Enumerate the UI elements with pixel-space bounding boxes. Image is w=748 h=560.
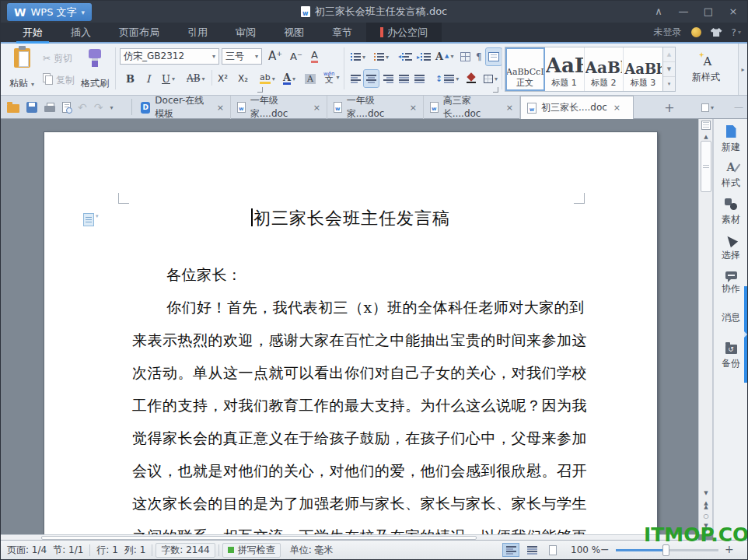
- login-status[interactable]: 未登录: [654, 26, 682, 39]
- show-marks-button[interactable]: ¶: [474, 48, 484, 65]
- horizontal-scrollbar[interactable]: [1, 534, 698, 540]
- superscript-button[interactable]: X²: [215, 70, 230, 87]
- italic-button[interactable]: I: [144, 70, 152, 87]
- save-icon[interactable]: [26, 102, 37, 113]
- insert-table-button[interactable]: [458, 48, 473, 65]
- format-painter-button[interactable]: 格式刷: [77, 47, 113, 92]
- align-center-button[interactable]: [364, 70, 379, 87]
- ruler-toggle-icon[interactable]: [701, 121, 711, 130]
- align-right-button[interactable]: [381, 70, 396, 87]
- tab-references[interactable]: 引用: [173, 23, 222, 42]
- print-preview-icon[interactable]: [62, 102, 71, 113]
- style-heading2[interactable]: AaBbC 标题 2: [585, 47, 624, 91]
- close-tab-icon[interactable]: ×: [613, 103, 620, 113]
- wps-app-menu-button[interactable]: W WPS 文字 ▾: [7, 3, 92, 21]
- strikethrough-button[interactable]: AB▾: [184, 70, 208, 87]
- font-size-select[interactable]: 三号 ▾: [222, 48, 262, 65]
- increase-font-button[interactable]: A⁺: [266, 47, 285, 65]
- doc-tab-3[interactable]: w 高三家长....doc ×: [424, 96, 520, 119]
- line-spacing-button[interactable]: ↕▾: [433, 70, 461, 87]
- style-heading1[interactable]: AaBl 标题 1: [545, 47, 585, 91]
- task-pane-expand-button[interactable]: ▸: [738, 44, 747, 95]
- sidebar-item-materials[interactable]: 素材: [714, 198, 747, 235]
- vertical-scrollbar[interactable]: ▲ ▼ ▲▲ ○ ▼▼: [698, 119, 713, 534]
- copy-button[interactable]: 复制: [41, 72, 76, 89]
- increase-indent-button[interactable]: ▸: [414, 48, 433, 65]
- close-tab-icon[interactable]: ×: [217, 103, 224, 113]
- doc-tab-active[interactable]: w 初三家长....doc ×: [520, 96, 634, 119]
- page-view-button[interactable]: [502, 543, 519, 557]
- tab-view[interactable]: 视图: [270, 23, 318, 42]
- doc-tab-docer[interactable]: D Docer-在线模板 ×: [135, 96, 231, 119]
- zoom-out-button[interactable]: −: [600, 543, 610, 555]
- sidebar-item-select[interactable]: 选择: [714, 235, 747, 271]
- style-normal[interactable]: AaBbCcDd 正文: [505, 47, 545, 91]
- paragraph-dialog-launcher[interactable]: [493, 87, 498, 93]
- redo-icon[interactable]: ↷: [94, 101, 103, 114]
- member-icon[interactable]: [691, 27, 701, 37]
- help-button[interactable]: ?▾: [732, 27, 741, 38]
- print-icon[interactable]: [44, 103, 55, 112]
- outline-view-button[interactable]: [523, 543, 540, 557]
- decrease-indent-button[interactable]: ▸: [396, 48, 414, 65]
- tab-list-button[interactable]: ▾: [697, 96, 718, 119]
- zoom-slider-thumb[interactable]: [662, 544, 669, 556]
- decrease-font-button[interactable]: A⁻: [288, 47, 305, 65]
- char-shading-button[interactable]: A: [302, 70, 318, 87]
- new-tab-button[interactable]: +: [660, 96, 679, 119]
- text-frame-button[interactable]: [486, 48, 502, 65]
- align-left-button[interactable]: [348, 70, 363, 87]
- paste-button[interactable]: 粘贴 ▾: [5, 47, 38, 92]
- hide-tabbar-button[interactable]: —: [730, 96, 747, 119]
- close-tab-icon[interactable]: ×: [410, 103, 417, 113]
- text-effects-button[interactable]: A▲▾: [433, 47, 456, 65]
- zoom-slider[interactable]: [616, 549, 718, 551]
- font-color-button[interactable]: A▾: [281, 70, 298, 87]
- doc-tab-1[interactable]: w 一年级家....doc ×: [231, 96, 327, 119]
- close-tab-icon[interactable]: ×: [506, 103, 513, 113]
- open-icon[interactable]: [7, 104, 19, 113]
- new-style-button[interactable]: A 新样式: [679, 45, 736, 93]
- qat-customize-dropdown[interactable]: ▾: [110, 104, 113, 111]
- spellcheck-button[interactable]: 拼写检查: [222, 543, 281, 558]
- sidebar-item-new[interactable]: 新建: [714, 125, 747, 162]
- select-browse-object-button[interactable]: ○: [699, 510, 713, 521]
- tab-insert[interactable]: 插入: [57, 23, 105, 42]
- sidebar-item-collaborate[interactable]: 协作: [714, 271, 747, 308]
- shading-button[interactable]: [464, 70, 478, 87]
- underline-button[interactable]: U▾: [159, 70, 177, 87]
- scroll-down-button[interactable]: ▼: [699, 488, 713, 499]
- gallery-scroll-down[interactable]: ▼: [663, 62, 675, 77]
- sidebar-item-backup[interactable]: ↺ 备份: [714, 345, 747, 381]
- bullet-list-button[interactable]: ▾: [348, 48, 368, 65]
- numbered-list-button[interactable]: ▾: [372, 48, 391, 65]
- pinyin-guide-button[interactable]: wén文 ▾: [321, 68, 341, 86]
- sidebar-item-messages[interactable]: 消息: [714, 308, 747, 345]
- sidebar-collapse-handle[interactable]: [744, 286, 747, 383]
- clear-format-button[interactable]: A: [309, 47, 320, 65]
- tab-page-layout[interactable]: 页面布局: [105, 23, 173, 42]
- minimize-button[interactable]: —: [671, 1, 696, 21]
- tab-office-space[interactable]: 办公空间: [366, 23, 442, 42]
- read-view-button[interactable]: [544, 543, 561, 557]
- close-button[interactable]: ×: [721, 1, 746, 21]
- gallery-scroll-up[interactable]: ▲: [663, 47, 675, 62]
- vertical-scrollbar-thumb[interactable]: [701, 141, 711, 192]
- distribute-button[interactable]: [412, 70, 427, 87]
- tab-section[interactable]: 章节: [318, 23, 366, 42]
- skin-icon[interactable]: [711, 28, 722, 37]
- previous-page-button[interactable]: ▲▲: [699, 499, 713, 510]
- font-name-select[interactable]: 仿宋_GB2312 ▾: [120, 48, 219, 65]
- close-tab-icon[interactable]: ×: [313, 103, 320, 113]
- borders-button[interactable]: ▾: [481, 70, 500, 87]
- word-count-button[interactable]: 字数: 2144: [156, 543, 215, 558]
- tab-home[interactable]: 开始: [9, 23, 57, 42]
- justify-button[interactable]: [397, 70, 411, 87]
- bold-button[interactable]: B: [124, 70, 137, 87]
- font-dialog-launcher[interactable]: [257, 87, 263, 93]
- style-heading3[interactable]: AaBbC 标题 3: [624, 47, 662, 91]
- maximize-button[interactable]: □: [696, 1, 721, 21]
- document-page[interactable]: ▾ 初三家长会班主任发言稿 各位家长： 你们好！首先，我代表初三（x）班的全体科…: [44, 131, 658, 540]
- sidebar-item-styles[interactable]: A 样式: [714, 162, 747, 198]
- tab-review[interactable]: 审阅: [222, 23, 270, 42]
